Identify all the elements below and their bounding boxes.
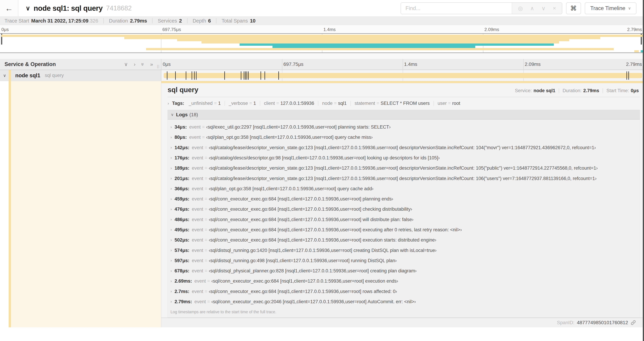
log-row[interactable]: › 201μs: event = ‹sql/catalog/lease/desc… xyxy=(168,173,640,183)
span-color-strip xyxy=(9,70,11,81)
tag-item[interactable]: client=127.0.0.1:59936 xyxy=(264,101,314,106)
tag-item[interactable]: statement=SELECT * FROM users xyxy=(354,101,430,106)
keyboard-shortcuts-button[interactable]: ⌘ xyxy=(566,3,581,14)
log-row[interactable]: › 678μs: event = ‹sql/distsql_physical_p… xyxy=(168,266,640,276)
log-row[interactable]: › 476μs: event = ‹sql/conn_executor_exec… xyxy=(168,204,640,214)
log-equals: = xyxy=(206,299,212,304)
log-row[interactable]: › 176μs: event = ‹sql/catalog/descs/desc… xyxy=(168,153,640,163)
prev-match-icon[interactable]: ∧ xyxy=(530,5,534,12)
divider xyxy=(602,88,603,93)
log-key: event xyxy=(192,258,203,263)
ruler-tick-label: 2.09ms xyxy=(523,62,541,67)
log-row[interactable]: › 486μs: event = ‹sql/conn_executor_exec… xyxy=(168,214,640,225)
chevron-right-icon: › xyxy=(170,217,172,222)
log-key: event xyxy=(189,124,201,130)
locate-icon[interactable]: ◎ xyxy=(518,5,523,12)
log-row[interactable]: › 502μs: event = ‹sql/conn_executor_exec… xyxy=(168,235,640,245)
tag-item[interactable]: user=root xyxy=(438,101,460,106)
chevron-right-icon: › xyxy=(170,299,172,304)
divider xyxy=(152,18,152,23)
back-arrow-icon: ← xyxy=(5,4,13,13)
log-row[interactable]: › 2.79ms: event = ‹sql/conn_executor_exe… xyxy=(168,297,640,307)
logs-header[interactable]: ∨ Logs (18) xyxy=(168,110,640,120)
duration-value: 2.79ms xyxy=(583,88,599,93)
log-value: ‹sql/catalog/lease/descriptor_version_st… xyxy=(209,165,598,171)
log-timestamp: 459μs: xyxy=(174,196,190,202)
tree-column xyxy=(0,81,161,327)
log-row[interactable]: › 142μs: event = ‹sql/catalog/lease/desc… xyxy=(168,143,640,153)
tag-value: SELECT * FROM users xyxy=(381,101,430,106)
span-collapse-chevron-icon[interactable]: ∨ xyxy=(3,73,6,78)
log-row[interactable]: › 34μs: event = ‹sql/exec_util.go:2297 [… xyxy=(168,122,640,132)
log-row[interactable]: › 366μs: event = ‹sql/plan_opt.go:358 [n… xyxy=(168,184,640,194)
span-detail-title-row[interactable]: sql query Service: node sql1 Duration: 2… xyxy=(168,86,640,94)
log-tick xyxy=(224,71,225,80)
log-timestamp: 2.7ms: xyxy=(174,289,190,294)
trace-id: 7418682 xyxy=(106,5,132,12)
tag-value: 1 xyxy=(254,101,256,106)
tag-equals: = xyxy=(375,101,381,106)
log-timestamp: 142μs: xyxy=(174,145,190,150)
clear-search-icon[interactable]: × xyxy=(553,5,556,12)
start-time-value: 0μs xyxy=(631,88,639,93)
log-value: ‹sql/plan_opt.go:358 [nsql1,client=127.0… xyxy=(209,186,374,191)
find-input[interactable] xyxy=(401,3,512,14)
log-tick xyxy=(628,71,629,80)
chevron-down-icon: ∨ xyxy=(628,6,631,11)
span-duration-bar[interactable] xyxy=(164,73,642,78)
log-row[interactable]: › 574μs: event = ‹sql/distsql_running.go… xyxy=(168,245,640,255)
tags-row[interactable]: › Tags: _unfinished=1 _verbose=1 client=… xyxy=(168,101,640,106)
service-value: node sql1 xyxy=(534,88,555,93)
log-value: ‹sql/conn_executor_exec.go:684 [nsql1,cl… xyxy=(212,278,398,284)
expand-one-icon[interactable]: › xyxy=(134,62,136,67)
log-equals: = xyxy=(203,186,209,191)
minimap-span-bar xyxy=(177,39,569,42)
log-timestamp: 597μs: xyxy=(174,258,190,263)
chevron-right-icon: › xyxy=(170,289,172,294)
log-row[interactable]: › 597μs: event = ‹sql/distsql_running.go… xyxy=(168,256,640,266)
log-equals: = xyxy=(203,145,209,150)
divider xyxy=(168,97,640,97)
next-match-icon[interactable]: ∨ xyxy=(542,5,546,12)
span-detail-meta: Service: node sql1 Duration: 2.79ms Star… xyxy=(515,88,640,93)
start-time-label: Start Time: xyxy=(606,88,629,93)
log-equals: = xyxy=(203,227,209,232)
tags-list: _unfinished=1 _verbose=1 client=127.0.0.… xyxy=(189,101,460,106)
column-resizer-grip[interactable]: || xyxy=(157,64,160,69)
log-row[interactable]: › 2.7ms: event = ‹sql/conn_executor_exec… xyxy=(168,286,640,297)
tag-key: _verbose xyxy=(229,101,248,106)
chevron-right-icon: › xyxy=(170,186,172,191)
log-row[interactable]: › 2.69ms: event = ‹sql/conn_executor_exe… xyxy=(168,276,640,286)
log-row[interactable]: › 459μs: event = ‹sql/conn_executor_exec… xyxy=(168,194,640,204)
log-row[interactable]: › 80μs: event = ‹sql/plan_opt.go:358 [ns… xyxy=(168,132,640,142)
chevron-right-icon: › xyxy=(170,145,172,150)
log-tick xyxy=(244,71,244,80)
log-row[interactable]: › 495μs: event = ‹sql/conn_executor_exec… xyxy=(168,225,640,235)
ruler-tick-label: 2.09ms xyxy=(483,27,499,32)
expand-all-icon[interactable]: » xyxy=(150,62,153,67)
log-tick xyxy=(246,71,247,80)
log-row[interactable]: › 189μs: event = ‹sql/catalog/lease/desc… xyxy=(168,163,640,173)
log-equals: = xyxy=(201,135,206,140)
header-collapse-chevron-icon[interactable]: ∨ xyxy=(26,5,30,12)
timeline-minimap[interactable] xyxy=(0,33,644,53)
minimap-span-bar xyxy=(124,37,600,39)
back-button[interactable]: ← xyxy=(0,0,18,17)
span-bar-track[interactable] xyxy=(161,70,644,81)
log-value: ‹sql/distsql_physical_planner.go:828 [ns… xyxy=(209,268,417,274)
collapse-one-icon[interactable]: ∨ xyxy=(124,62,128,67)
command-icon: ⌘ xyxy=(570,5,577,12)
minimap-span-bar xyxy=(634,50,639,53)
ruler-tick-label: 0μs xyxy=(161,62,171,67)
minimap-span-bar xyxy=(202,41,559,44)
log-timestamp: 366μs: xyxy=(174,186,190,191)
trace-view-selector[interactable]: Trace Timeline ∨ xyxy=(585,3,636,14)
window-right-edge xyxy=(643,0,644,341)
logs-count: (18) xyxy=(190,112,198,118)
collapse-all-icon[interactable]: » xyxy=(140,63,146,66)
tag-item[interactable]: _verbose=1 xyxy=(229,101,256,106)
tag-item[interactable]: node=sql1 xyxy=(322,101,346,106)
copy-link-icon[interactable] xyxy=(630,320,636,325)
tag-item[interactable]: _unfinished=1 xyxy=(189,101,221,106)
span-name-cell[interactable]: ∨ node sql1 sql query xyxy=(0,70,161,81)
